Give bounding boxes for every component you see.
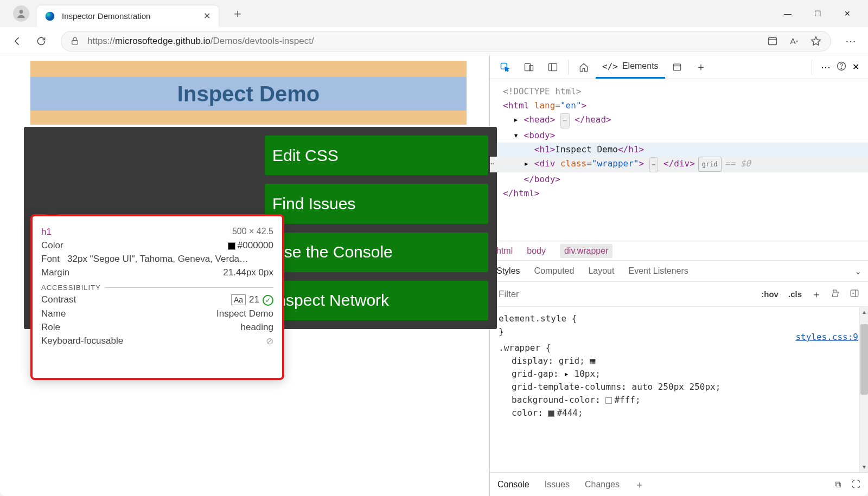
dom-div-wrapper-node[interactable]: ▸ <div class="wrapper"> ⋯ </div>grid== $…: [490, 157, 868, 172]
breadcrumb-item[interactable]: div.wrapper: [560, 244, 613, 258]
page-margin-top: [30, 61, 467, 77]
svg-rect-6: [529, 65, 533, 70]
svg-rect-3: [769, 37, 777, 44]
window-close-button[interactable]: ✕: [844, 9, 851, 18]
tooltip-dimensions: 500 × 42.5: [232, 227, 273, 237]
drawer-expand-icon[interactable]: ⛶: [852, 480, 860, 489]
toggle-hover-button[interactable]: :hov: [761, 289, 778, 299]
read-aloud-icon[interactable]: A»: [788, 35, 800, 47]
page-h1-highlight: Inspect Demo: [30, 77, 467, 111]
svg-rect-8: [673, 64, 680, 70]
drawer-tab[interactable]: Issues: [545, 480, 570, 489]
css-declaration[interactable]: background-color: #fff;: [512, 394, 859, 407]
inspect-element-button[interactable]: [493, 56, 517, 79]
browser-tab[interactable]: Inspector Demonstration ✕: [37, 5, 219, 27]
svg-rect-2: [72, 40, 78, 44]
application-tab-button[interactable]: [665, 56, 689, 79]
svg-point-10: [841, 68, 841, 69]
styles-tab[interactable]: Computed: [534, 266, 575, 276]
new-tab-button[interactable]: ＋: [229, 5, 246, 22]
page-green-button[interactable]: Find Issues: [265, 184, 488, 223]
nav-refresh-button[interactable]: [29, 29, 53, 53]
svg-rect-7: [549, 63, 557, 70]
page-green-button[interactable]: Use the Console: [265, 233, 488, 272]
computed-sidebar-button[interactable]: [850, 288, 859, 300]
contrast-pass-icon: ✓: [263, 295, 273, 306]
tooltip-accessibility-header: ACCESSIBILITY: [41, 284, 273, 292]
css-declaration[interactable]: grid-gap: ▸ 10px;: [512, 368, 859, 381]
breadcrumb-item[interactable]: html: [496, 246, 513, 256]
devtools-close-button[interactable]: ✕: [852, 62, 859, 72]
svg-point-0: [20, 10, 23, 14]
welcome-tab-button[interactable]: [572, 56, 596, 79]
svg-rect-11: [851, 290, 858, 297]
url-text: https://microsoftedge.github.io/Demos/de…: [87, 36, 314, 47]
styles-tabs-more-icon[interactable]: ⌄: [854, 266, 861, 276]
dom-h1-node[interactable]: <h1>Inspect Demo</h1>: [490, 143, 868, 157]
svg-point-1: [46, 11, 55, 21]
styles-source-link[interactable]: styles.css:9: [795, 331, 858, 344]
devtools-drawer[interactable]: ConsoleIssuesChanges＋⧉⛶: [490, 472, 868, 496]
browser-menu-button[interactable]: ⋯: [845, 35, 856, 48]
more-tabs-button[interactable]: ＋: [689, 56, 713, 79]
device-toggle-button[interactable]: [517, 56, 541, 79]
elements-tab[interactable]: </> Elements: [596, 56, 665, 79]
elements-tab-icon: </>: [602, 61, 618, 72]
tab-title: Inspector Demonstration: [62, 11, 202, 21]
dom-tree[interactable]: <!DOCTYPE html> <html lang="en"> ▸ <head…: [490, 79, 868, 241]
styles-tab[interactable]: Layout: [588, 266, 614, 276]
favorites-star-icon[interactable]: [810, 35, 822, 47]
keyboard-focusable-no-icon: ⊘: [266, 336, 273, 347]
styles-tab[interactable]: Styles: [496, 266, 520, 276]
page-margin-bottom: [30, 111, 467, 125]
drawer-tab[interactable]: Changes: [585, 480, 620, 489]
styles-pane[interactable]: element.style { } .wrapper { styles.css:…: [490, 307, 868, 472]
edge-favicon-icon: [44, 11, 55, 22]
site-lock-icon[interactable]: [70, 36, 80, 46]
drawer-add-tab-button[interactable]: ＋: [635, 478, 644, 491]
css-declaration[interactable]: display: grid; ▦: [512, 355, 859, 368]
devtools-more-button[interactable]: ⋯: [821, 61, 831, 73]
address-bar[interactable]: https://microsoftedge.github.io/Demos/de…: [61, 31, 831, 51]
new-style-rule-button[interactable]: ＋: [812, 288, 821, 301]
tab-close-icon[interactable]: ✕: [202, 12, 211, 21]
tooltip-element-tag: h1: [41, 227, 52, 237]
breadcrumb-item[interactable]: body: [527, 246, 546, 256]
css-declaration[interactable]: grid-template-columns: auto 250px 250px;: [512, 381, 859, 394]
css-declaration[interactable]: color: #444;: [512, 407, 859, 420]
toggle-class-button[interactable]: .cls: [788, 289, 802, 299]
styles-filter-input[interactable]: [490, 289, 752, 300]
devtools-help-button[interactable]: [836, 61, 847, 73]
profile-avatar[interactable]: [13, 5, 29, 22]
copy-styles-button[interactable]: [831, 289, 840, 299]
window-minimize-button[interactable]: —: [784, 9, 792, 18]
page-green-button[interactable]: Edit CSS: [265, 136, 488, 175]
dom-breadcrumb[interactable]: htmlbodydiv.wrapper: [490, 241, 868, 260]
nav-back-button[interactable]: [5, 29, 29, 53]
app-mode-icon[interactable]: [767, 35, 778, 47]
styles-tabbar[interactable]: StylesComputedLayoutEvent Listeners⌄: [490, 260, 868, 282]
styles-tab[interactable]: Event Listeners: [628, 266, 688, 276]
inspect-tooltip: h1 500 × 42.5 Color#000000Font32px "Sego…: [30, 214, 284, 380]
window-maximize-button[interactable]: ☐: [814, 9, 821, 18]
drawer-tab[interactable]: Console: [497, 480, 529, 489]
styles-scrollbar[interactable]: ▲ ▼: [859, 307, 868, 472]
drawer-dock-icon[interactable]: ⧉: [835, 480, 841, 489]
activity-bar-button[interactable]: [541, 56, 565, 79]
page-green-button[interactable]: Inspect Network: [265, 281, 488, 320]
